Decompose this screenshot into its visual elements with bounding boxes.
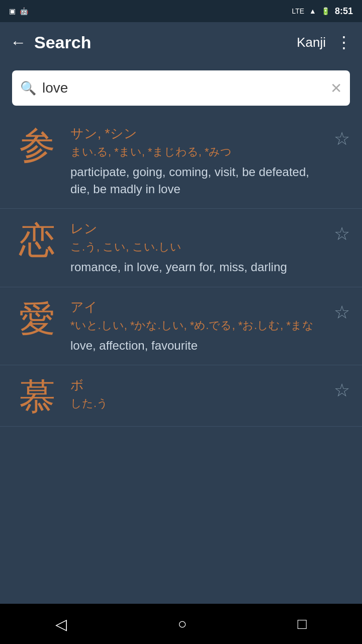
nav-back-button[interactable]: ◁: [40, 610, 82, 638]
reading-on: サン, *シン: [70, 125, 330, 142]
favorite-button[interactable]: ☆: [334, 303, 350, 321]
search-input[interactable]: [42, 80, 330, 96]
search-icon: 🔍: [20, 80, 36, 96]
reading-on: アイ: [70, 298, 330, 316]
search-area: 🔍 ✕: [0, 62, 362, 114]
page-title: Search: [34, 33, 297, 52]
result-info: アイ *いと.しい, *かな.しい, *め.でる, *お.しむ, *まな lov…: [70, 298, 330, 354]
results-list: 参 サン, *シン まい.る, *まい, *まじわる, *みつ particip…: [0, 114, 362, 604]
favorite-button[interactable]: ☆: [334, 381, 350, 399]
battery-icon: 🔋: [321, 7, 330, 15]
result-info: サン, *シン まい.る, *まい, *まじわる, *みつ participat…: [70, 125, 330, 197]
nav-home-button[interactable]: ○: [162, 610, 202, 637]
kanji-character: 慕: [12, 378, 62, 415]
reading-on: ボ: [70, 376, 330, 394]
reading-kun: こ.う, こい, こい.しい: [70, 239, 330, 255]
app-bar: ← Search Kanji ⋮: [0, 22, 362, 62]
favorite-button[interactable]: ☆: [334, 130, 350, 148]
meaning: love, affection, favourite: [70, 337, 330, 354]
back-button[interactable]: ←: [10, 34, 26, 50]
reading-on: レン: [70, 220, 330, 237]
kanji-character: 愛: [12, 300, 62, 337]
reading-kun: *いと.しい, *かな.しい, *め.でる, *お.しむ, *まな: [70, 318, 330, 333]
result-info: レン こ.う, こい, こい.しい romance, in love, year…: [70, 220, 330, 276]
kanji-character: 恋: [12, 222, 62, 258]
favorite-button[interactable]: ☆: [334, 225, 350, 243]
status-bar: ▣ 🤖 LTE ▲ 🔋 8:51: [0, 0, 362, 22]
result-item[interactable]: 慕 ボ した.う ☆: [0, 365, 362, 427]
result-item[interactable]: 恋 レン こ.う, こい, こい.しい romance, in love, ye…: [0, 209, 362, 287]
clear-search-button[interactable]: ✕: [330, 80, 342, 97]
signal-icon: ▲: [309, 7, 316, 15]
status-bar-left: ▣ 🤖: [9, 7, 28, 15]
meaning: romance, in love, yearn for, miss, darli…: [70, 259, 330, 276]
result-item[interactable]: 愛 アイ *いと.しい, *かな.しい, *め.でる, *お.しむ, *まな l…: [0, 287, 362, 366]
kanji-filter-button[interactable]: Kanji: [297, 35, 326, 50]
meaning: participate, going, coming, visit, be de…: [70, 164, 330, 197]
reading-kun: した.う: [70, 396, 330, 411]
status-time: 8:51: [335, 6, 353, 17]
reading-kun: まい.る, *まい, *まじわる, *みつ: [70, 144, 330, 159]
more-options-button[interactable]: ⋮: [336, 34, 352, 50]
kanji-character: 参: [12, 127, 62, 163]
search-box: 🔍 ✕: [12, 70, 350, 106]
result-info: ボ した.う: [70, 376, 330, 415]
nav-bar: ◁ ○ □: [0, 604, 362, 644]
result-item[interactable]: 参 サン, *シン まい.る, *まい, *まじわる, *みつ particip…: [0, 114, 362, 209]
android-icon: 🤖: [20, 7, 28, 15]
nav-recent-button[interactable]: □: [283, 610, 322, 637]
lte-icon: LTE: [292, 7, 304, 15]
sim-icon: ▣: [9, 7, 16, 15]
